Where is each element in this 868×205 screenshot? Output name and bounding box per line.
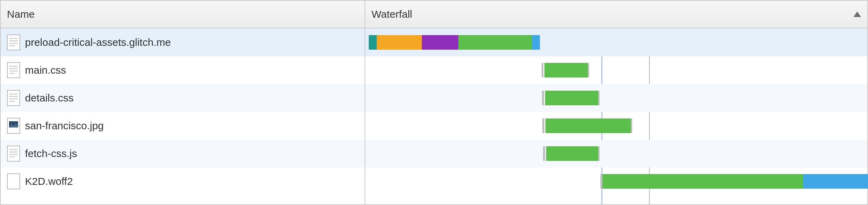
request-row[interactable]: K2D.woff2 xyxy=(1,167,365,195)
header-waterfall-label: Waterfall xyxy=(372,8,412,20)
segment-ttfb xyxy=(458,35,532,50)
svg-rect-7 xyxy=(9,68,18,69)
waterfall-row[interactable] xyxy=(365,56,867,84)
svg-rect-6 xyxy=(9,66,18,67)
segment-tick xyxy=(543,146,545,161)
svg-rect-2 xyxy=(9,40,18,41)
header-waterfall[interactable]: Waterfall xyxy=(365,1,867,28)
svg-rect-19 xyxy=(9,149,18,150)
column-name: Name preload-critical-assets.glitch.mema… xyxy=(1,1,365,204)
svg-rect-0 xyxy=(7,35,20,50)
svg-rect-14 xyxy=(9,101,15,102)
waterfall-bar xyxy=(365,146,867,161)
segment-ttfb xyxy=(545,118,631,133)
svg-rect-23 xyxy=(7,174,20,189)
segment-tickend xyxy=(631,118,632,133)
waterfall-bar xyxy=(365,35,867,50)
request-row[interactable]: preload-critical-assets.glitch.me xyxy=(1,28,365,56)
svg-rect-21 xyxy=(9,154,18,155)
request-row[interactable]: san-francisco.jpg xyxy=(1,112,365,140)
request-name-label: K2D.woff2 xyxy=(25,175,73,187)
waterfall-bar xyxy=(365,118,867,133)
image-file-icon xyxy=(7,118,20,134)
waterfall-row[interactable] xyxy=(365,84,867,112)
segment-queue xyxy=(369,35,377,50)
segment-ttfb xyxy=(602,174,803,189)
column-waterfall: Waterfall xyxy=(365,1,867,204)
segment-ttfb xyxy=(545,91,598,105)
segment-connect xyxy=(422,35,458,50)
svg-rect-8 xyxy=(9,71,18,72)
waterfall-bar xyxy=(365,174,867,189)
doc-file-icon xyxy=(7,146,20,162)
svg-marker-24 xyxy=(853,11,861,17)
svg-rect-9 xyxy=(9,73,15,74)
segment-tick xyxy=(542,91,544,105)
segment-tickend xyxy=(588,63,589,77)
svg-rect-10 xyxy=(7,90,20,106)
svg-rect-4 xyxy=(9,45,15,46)
name-rows: preload-critical-assets.glitch.memain.cs… xyxy=(1,28,365,204)
segment-download xyxy=(532,35,540,50)
doc-file-icon xyxy=(7,62,20,78)
segment-dns xyxy=(377,35,422,50)
request-name-label: details.css xyxy=(25,92,74,104)
header-name[interactable]: Name xyxy=(1,1,365,28)
segment-ttfb xyxy=(544,63,587,77)
segment-tick xyxy=(542,63,544,77)
doc-file-icon xyxy=(7,34,20,50)
waterfall-body xyxy=(365,28,867,204)
svg-rect-13 xyxy=(9,98,18,99)
svg-rect-3 xyxy=(9,43,18,44)
segment-tick xyxy=(542,118,544,133)
header-name-label: Name xyxy=(7,8,35,20)
svg-rect-11 xyxy=(9,93,18,95)
request-name-label: preload-critical-assets.glitch.me xyxy=(25,36,171,48)
sort-asc-icon xyxy=(853,8,862,20)
doc-file-icon xyxy=(7,90,20,106)
waterfall-row[interactable] xyxy=(365,28,867,56)
waterfall-bar xyxy=(365,63,867,77)
svg-rect-18 xyxy=(7,146,20,161)
network-panel: Name preload-critical-assets.glitch.mema… xyxy=(0,0,868,205)
request-name-label: san-francisco.jpg xyxy=(25,120,104,132)
svg-rect-1 xyxy=(9,38,18,39)
svg-rect-20 xyxy=(9,151,18,153)
segment-tickend xyxy=(598,146,600,161)
svg-rect-5 xyxy=(7,63,20,78)
segment-tickend xyxy=(598,91,600,105)
blank-file-icon xyxy=(7,173,20,189)
waterfall-row[interactable] xyxy=(365,140,867,167)
waterfall-row[interactable] xyxy=(365,112,867,140)
waterfall-bar xyxy=(365,91,867,105)
segment-download xyxy=(803,174,868,189)
svg-rect-22 xyxy=(9,156,15,157)
request-name-label: fetch-css.js xyxy=(25,148,77,159)
request-row[interactable]: details.css xyxy=(1,84,365,112)
request-row[interactable]: main.css xyxy=(1,56,365,84)
svg-rect-12 xyxy=(9,96,18,97)
request-name-label: main.css xyxy=(25,64,66,76)
request-row[interactable]: fetch-css.js xyxy=(1,140,365,167)
waterfall-row[interactable] xyxy=(365,167,867,195)
segment-ttfb xyxy=(546,146,598,161)
